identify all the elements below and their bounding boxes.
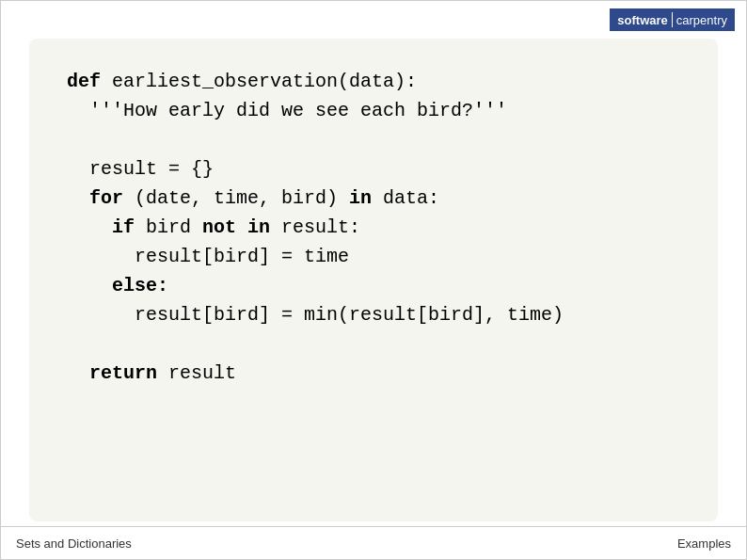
code-block: def earliest_observation(data): '''How e… bbox=[67, 67, 680, 388]
slide-container: software carpentry def earliest_observat… bbox=[0, 0, 747, 560]
code-line-5: for (date, time, bird) in data: bbox=[67, 184, 680, 213]
code-line-11: return result bbox=[67, 359, 680, 388]
logo-carpentry: carpentry bbox=[676, 13, 727, 27]
code-line-1: def earliest_observation(data): bbox=[67, 67, 680, 96]
logo-divider bbox=[672, 12, 673, 27]
logo-software: software bbox=[617, 13, 667, 27]
content-area: def earliest_observation(data): '''How e… bbox=[29, 39, 718, 521]
logo-area: software carpentry bbox=[610, 8, 735, 31]
bottom-bar: Sets and Dictionaries Examples bbox=[1, 526, 746, 559]
code-line-7: result[bird] = time bbox=[67, 242, 680, 271]
code-line-4: result = {} bbox=[67, 154, 680, 184]
code-line-6: if bird not in result: bbox=[67, 213, 680, 242]
code-line-2: '''How early did we see each bird?''' bbox=[67, 96, 680, 125]
code-line-3 bbox=[67, 125, 680, 154]
footer-left: Sets and Dictionaries bbox=[16, 536, 132, 551]
code-line-10 bbox=[67, 329, 680, 359]
footer-right: Examples bbox=[677, 536, 731, 551]
code-line-9: result[bird] = min(result[bird], time) bbox=[67, 300, 680, 329]
code-line-8: else: bbox=[67, 271, 680, 300]
